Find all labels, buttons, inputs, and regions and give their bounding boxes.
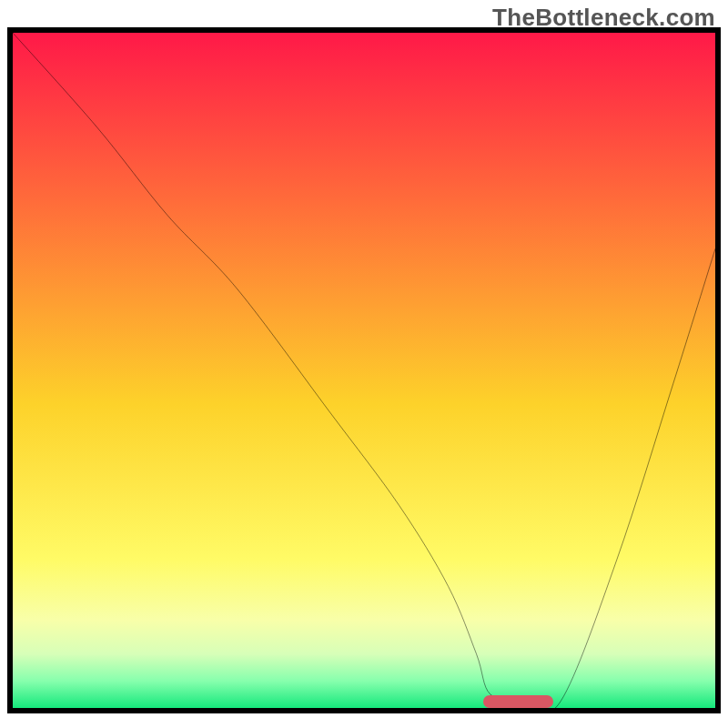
watermark-text: TheBottleneck.com bbox=[492, 4, 715, 32]
optimum-marker bbox=[483, 695, 553, 708]
chart-container: TheBottleneck.com bbox=[0, 0, 728, 728]
plot-area bbox=[7, 27, 721, 713]
bottleneck-curve bbox=[13, 33, 715, 708]
